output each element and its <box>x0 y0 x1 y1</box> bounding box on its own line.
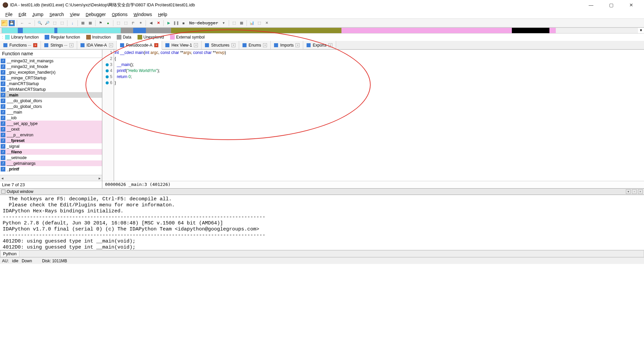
function-row[interactable]: f_signal <box>0 143 102 149</box>
close-button[interactable]: ✕ <box>625 2 638 8</box>
menu-view[interactable]: View <box>67 11 82 18</box>
menu-options[interactable]: Options <box>109 11 130 18</box>
tool-icon[interactable]: ⬚ <box>123 20 129 26</box>
function-row[interactable]: f__mingw_CRTStartup <box>0 75 102 81</box>
function-row[interactable]: f__mingw32_init_mainargs <box>0 58 102 64</box>
tab-close-icon[interactable]: × <box>154 43 158 47</box>
breakpoint-dot-icon[interactable] <box>106 63 109 66</box>
tab-imports[interactable]: Imports× <box>271 41 303 49</box>
functions-list[interactable]: f__mingw32_init_mainargsf__mingw32_init_… <box>0 58 102 175</box>
tool-icon[interactable]: ⬚ <box>231 20 237 26</box>
tab-close-icon[interactable]: × <box>194 43 198 47</box>
code-line[interactable]: __main(); <box>115 62 226 68</box>
breakpoint-dot-icon[interactable] <box>106 81 109 84</box>
tool-icon[interactable]: 📊 <box>249 20 255 26</box>
function-row[interactable]: f___do_global_dtors <box>0 98 102 104</box>
code-line[interactable]: return 0; <box>115 74 226 80</box>
function-row[interactable]: f__cexit <box>0 126 102 132</box>
minimize-button[interactable]: — <box>584 2 598 8</box>
back-icon[interactable]: ← <box>19 20 25 26</box>
nav-dropdown-icon[interactable]: ▾ <box>638 28 644 33</box>
tool-icon[interactable]: ⬚ <box>59 20 65 26</box>
stop-icon[interactable]: ✕ <box>155 20 161 26</box>
tab-close-icon[interactable]: × <box>109 43 113 47</box>
tool-icon[interactable]: ⬚ <box>115 20 121 26</box>
tab-structures[interactable]: Structures× <box>202 41 239 49</box>
tab-close-icon[interactable]: × <box>33 43 37 47</box>
function-row[interactable]: f__setmode <box>0 155 102 160</box>
open-icon[interactable]: 📂 <box>1 20 7 26</box>
tool-icon[interactable]: ▦ <box>80 20 86 26</box>
function-row[interactable]: f___main <box>0 109 102 115</box>
tab-close-icon[interactable]: × <box>263 43 267 47</box>
min-icon[interactable]: ▾ <box>626 189 631 194</box>
debugger-selector[interactable]: No debugger <box>188 20 219 25</box>
maximize-button[interactable]: ▢ <box>604 2 618 8</box>
function-row[interactable]: f___p__environ <box>0 132 102 138</box>
close-icon[interactable]: × <box>638 189 643 194</box>
menu-help[interactable]: Help <box>155 11 170 18</box>
forward-icon[interactable]: → <box>26 20 33 26</box>
breakpoint-dot-icon[interactable] <box>106 69 109 72</box>
menu-edit[interactable]: Edit <box>16 11 29 18</box>
tab-strings[interactable]: Strings ···× <box>41 41 77 49</box>
menu-windows[interactable]: Windows <box>131 11 155 18</box>
tab-pseudocode-a[interactable]: Pseudocode-A× <box>117 41 162 50</box>
add-icon[interactable]: ● <box>105 20 111 26</box>
python-tab[interactable]: Python <box>0 250 19 257</box>
navigation-band[interactable]: ▾ <box>0 27 644 33</box>
function-row[interactable]: f__iob <box>0 115 102 121</box>
breakpoint-dot-icon[interactable] <box>106 75 109 78</box>
tab-hex-view-1[interactable]: Hex View-1× <box>162 41 202 49</box>
pause-icon[interactable]: ❚❚ <box>173 20 179 26</box>
stop2-icon[interactable]: ■ <box>180 20 186 26</box>
max-icon[interactable]: ▫ <box>632 189 637 194</box>
horiz-scrollbar[interactable]: ◂ ▸ <box>0 175 102 181</box>
function-row[interactable]: f_mainCRTStartup <box>0 81 102 86</box>
flag-icon[interactable]: ⚑ <box>98 20 104 26</box>
tool-icon[interactable]: 🔎 <box>44 20 50 26</box>
tool-icon[interactable]: ▦ <box>87 20 93 26</box>
function-row[interactable]: f_gnu_exception_handler(x) <box>0 69 102 75</box>
function-row[interactable]: f__mingw32_init_fmode <box>0 64 102 69</box>
prev-icon[interactable]: ◀ <box>148 20 154 26</box>
dropdown-icon[interactable]: ▾ <box>221 20 227 26</box>
tool-icon[interactable]: f° <box>130 20 136 26</box>
tab-exports[interactable]: Exports× <box>303 41 336 49</box>
code-line[interactable]: { <box>115 56 226 62</box>
tab-close-icon[interactable]: × <box>69 43 73 47</box>
function-row[interactable]: f__fileno <box>0 149 102 155</box>
function-row[interactable]: f_printf <box>0 166 102 172</box>
tool-icon[interactable]: 🔍 <box>37 20 43 26</box>
run-icon[interactable]: ▶ <box>166 20 172 26</box>
tool-icon[interactable]: ✕ <box>264 20 270 26</box>
tab-ida-view-a[interactable]: IDA View-A× <box>77 41 116 49</box>
menu-debugger[interactable]: Debugger <box>83 11 108 18</box>
function-row[interactable]: f__fpreset <box>0 138 102 143</box>
python-input[interactable] <box>19 250 644 257</box>
code-line[interactable]: } <box>115 80 226 86</box>
function-row[interactable]: f___getmainargs <box>0 160 102 166</box>
function-row[interactable]: f_WinMainCRTStartup <box>0 86 102 92</box>
save-icon[interactable]: 💾 <box>9 20 15 26</box>
tool-icon[interactable]: ✴ <box>138 20 144 26</box>
tab-enums[interactable]: Enums× <box>239 41 271 49</box>
code-line[interactable]: printf("Hello World!!!\n"); <box>115 68 226 74</box>
output-text[interactable]: The hotkeys are F5: decompile, Ctrl-F5: … <box>0 195 644 250</box>
source-code[interactable]: int __cdecl main(int argc, const char **… <box>114 50 226 181</box>
menu-search[interactable]: Search <box>47 11 66 18</box>
tool-icon[interactable]: ⬚ <box>256 20 262 26</box>
tab-close-icon[interactable]: × <box>231 43 235 47</box>
tab-functions[interactable]: Functions ···× <box>0 41 41 49</box>
menu-jump[interactable]: Jump <box>30 11 46 18</box>
tab-close-icon[interactable]: × <box>328 43 332 47</box>
menu-file[interactable]: File <box>3 11 15 18</box>
scroll-left-icon[interactable]: ◂ <box>0 176 5 181</box>
function-row[interactable]: f___set_app_type <box>0 121 102 126</box>
tab-close-icon[interactable]: × <box>296 43 300 47</box>
tool-icon[interactable]: ⬚ <box>52 20 58 26</box>
code-line[interactable]: int __cdecl main(int argc, const char **… <box>115 50 226 56</box>
function-row[interactable]: f_main <box>0 92 102 98</box>
tool-icon[interactable]: ▦ <box>238 20 245 26</box>
scroll-right-icon[interactable]: ▸ <box>97 176 102 181</box>
